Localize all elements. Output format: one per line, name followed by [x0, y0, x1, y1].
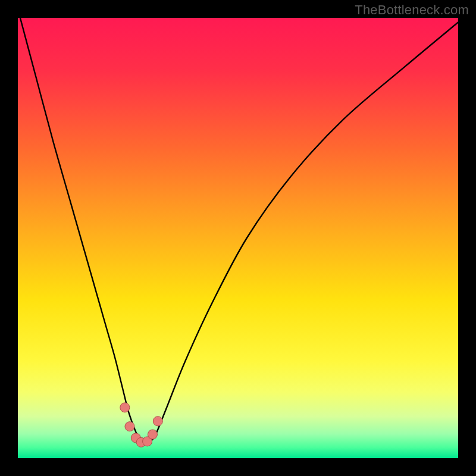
curve-marker: [148, 430, 157, 439]
curve-marker: [125, 422, 134, 431]
curve-marker: [120, 403, 130, 412]
watermark-label: TheBottleneck.com: [355, 2, 469, 18]
gradient-background: [18, 18, 458, 458]
plot-area: [18, 18, 458, 458]
chart-stage: TheBottleneck.com: [0, 0, 476, 476]
chart-svg: [18, 18, 458, 458]
curve-marker: [153, 416, 162, 426]
